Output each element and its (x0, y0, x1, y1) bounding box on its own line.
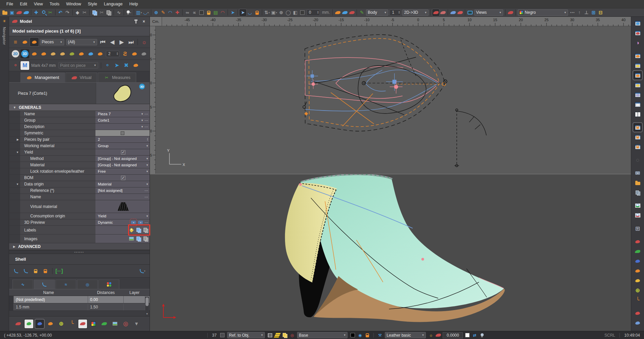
layers-icon[interactable] (274, 332, 280, 338)
indicator-box-icon[interactable] (219, 332, 225, 338)
shoe-gray-icon[interactable] (633, 328, 642, 331)
property-value[interactable]: Material▼ (95, 181, 150, 187)
shell-tab-4[interactable] (98, 280, 119, 289)
color-white-icon[interactable] (464, 332, 470, 338)
color-grid-icon[interactable] (89, 320, 98, 328)
property-value[interactable] (95, 226, 150, 234)
next-icon[interactable]: ▶ (117, 38, 126, 46)
column-header-distances[interactable]: Distances (88, 289, 124, 296)
browse-dots-icon[interactable]: ⋯ (145, 118, 149, 123)
active-layer-dropdown[interactable]: Base▼ (297, 332, 348, 338)
property-value[interactable]: ✓ (95, 175, 150, 181)
shoe-red-box-icon[interactable] (78, 320, 87, 328)
import-folder-icon[interactable] (633, 178, 642, 187)
table-row[interactable]: (Not predefined)0.00 (9, 296, 150, 303)
open-icon[interactable] (1, 9, 8, 16)
camera-red-icon[interactable]: ◎ (121, 320, 130, 328)
pieces-blue-icon[interactable] (341, 9, 348, 16)
grid-green-icon[interactable]: ▤ (212, 9, 219, 16)
show-green-shoe-icon[interactable] (633, 201, 642, 210)
duplicates-input[interactable]: 2▲▼ (106, 51, 119, 57)
dropdown-arrow-icon[interactable]: ▼ (141, 119, 144, 122)
curve-blue-icon[interactable]: ◠ (167, 9, 174, 16)
curve-red-icon[interactable]: ◠ (219, 9, 226, 16)
pair-value-input[interactable]: 1▲▼ (390, 9, 401, 16)
copy-images-icon[interactable] (135, 236, 142, 242)
copy-view-icon[interactable] (633, 188, 642, 197)
piece-add-sym-icon[interactable] (49, 49, 57, 58)
reference-mode-dropdown[interactable]: Ref. to Obj.▼ (227, 332, 265, 338)
export-model-icon[interactable] (23, 9, 30, 16)
import-model-icon[interactable] (15, 9, 23, 16)
mode-select-dropdown[interactable]: 2D->3D▼ (402, 9, 429, 16)
more-icon[interactable]: ⋯ (569, 9, 576, 16)
views-select-dropdown[interactable]: Views▼ (474, 9, 503, 16)
tab-measures[interactable]: ✂Measures (98, 73, 136, 82)
shoe-layers-icon[interactable] (100, 320, 109, 328)
piece-doc-icon[interactable] (130, 49, 139, 58)
shell-tab-2[interactable]: ≈ (55, 280, 76, 289)
sync-icon[interactable]: ⇄ (472, 332, 478, 338)
last-blue-icon[interactable] (449, 9, 456, 16)
copy-layer-icon[interactable] (282, 332, 288, 338)
browse-dots-icon[interactable]: ⋯ (145, 188, 149, 193)
shell-tab-3[interactable]: ◎ (77, 280, 98, 289)
flip-icon[interactable]: ◧ (292, 9, 299, 16)
property-value[interactable]: Yield▼ (95, 213, 150, 219)
property-value[interactable]: Pieza 7▼⋯ (95, 111, 150, 117)
add-light-icon[interactable]: ▾ (125, 9, 132, 16)
view-3d-button[interactable]: 3D (21, 49, 29, 58)
piece-add-icon[interactable] (30, 49, 39, 58)
win-pattern-icon[interactable] (633, 29, 642, 37)
piece-remove-icon[interactable] (39, 49, 48, 58)
property-value[interactable] (95, 200, 150, 213)
menu-help[interactable]: Help (126, 1, 141, 7)
dropdown-arrow-icon[interactable]: ▼ (146, 144, 149, 147)
select-zone-icon[interactable]: ➤ (229, 9, 236, 16)
mark-type-icon[interactable]: M (21, 61, 29, 70)
column-header-layer[interactable]: Layer (124, 289, 145, 296)
cut-curve-icon[interactable]: ✂ (81, 9, 88, 16)
dropdown-arrow-icon[interactable]: ▼ (141, 125, 144, 128)
property-value[interactable]: ✓ (95, 149, 150, 155)
pieces-swap-icon[interactable] (633, 309, 642, 317)
win-piece-tape-icon[interactable] (633, 61, 642, 70)
piece-yellow-icon[interactable] (633, 276, 642, 285)
pieces-red-icon[interactable] (348, 9, 355, 16)
render-3d-view[interactable] (150, 174, 631, 331)
panel-splitter[interactable]: ▪▪▪▪▪▪ (9, 250, 150, 254)
snapshot-icon[interactable] (137, 219, 144, 225)
piece-orange-icon[interactable] (334, 9, 341, 16)
snapshot-view-icon[interactable] (633, 169, 642, 177)
contrast-icon[interactable]: ◑ (633, 38, 642, 47)
target-layer-icon[interactable]: ◎ (289, 332, 295, 338)
dropdown-arrow-icon[interactable]: ▼ (146, 157, 149, 160)
point-move-icon[interactable]: ⚬ (103, 61, 112, 70)
offset-box-icon[interactable] (299, 9, 306, 16)
browse-dots-icon[interactable]: ⋯ (145, 112, 149, 116)
menu-language[interactable]: Language (101, 1, 126, 7)
redo-icon[interactable]: ↷ (64, 9, 71, 16)
piece-edit-icon[interactable] (77, 49, 86, 58)
image-icon[interactable] (128, 236, 134, 242)
win-piece-orange-icon[interactable] (633, 51, 642, 60)
snapshot-active-icon[interactable] (130, 219, 136, 225)
piece-remove-sym-icon[interactable] (58, 49, 67, 58)
win-lock-icon[interactable] (633, 123, 642, 132)
move-icon[interactable]: ⊕ (278, 9, 285, 16)
dropdown-arrow-icon[interactable]: ▼ (146, 183, 149, 186)
sphere-icon[interactable]: ⊕ (153, 9, 160, 16)
heel-curve-strip-icon[interactable]: ╰ (633, 296, 642, 304)
link-icon[interactable]: ∞ (184, 9, 191, 16)
settings-gear-icon[interactable]: ☼ (428, 332, 434, 338)
piece-blue-copy-icon[interactable] (96, 49, 105, 58)
section-generals[interactable]: ▼GENERALS (9, 104, 150, 111)
snap-icon[interactable]: ▣▾ (271, 9, 278, 16)
property-value[interactable]: [Not assigned]⋯ (95, 187, 150, 194)
tools-wrench-icon[interactable]: ⚒ (377, 332, 383, 338)
win-transfer-icon[interactable] (633, 133, 642, 141)
view-2d3d-icon[interactable] (432, 9, 439, 16)
property-value[interactable]: ⋯ (95, 194, 150, 200)
property-value[interactable]: Corte1▼⋯ (95, 117, 150, 123)
stack-red-icon[interactable] (14, 320, 23, 328)
